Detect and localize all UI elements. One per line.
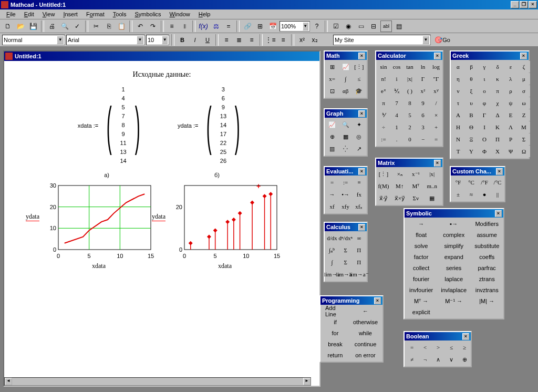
palette-button[interactable]: ● <box>478 189 491 200</box>
slider-icon[interactable]: ⊟ <box>368 20 379 32</box>
close-icon[interactable]: × <box>496 168 503 175</box>
programming-icon[interactable]: ⊡ <box>326 85 338 97</box>
align-center-icon[interactable]: ≣ <box>233 34 245 46</box>
palette-button[interactable]: invfourier <box>406 285 437 295</box>
palette-button[interactable]: lim→a⁻ <box>353 269 365 280</box>
palette-button[interactable]: sin <box>377 61 390 73</box>
palette-button[interactable]: xfₓ <box>353 201 365 212</box>
addline-button[interactable]: Add Line <box>322 306 349 316</box>
checkbox-icon[interactable]: ☑ <box>330 20 342 32</box>
palette-button[interactable]: Ε <box>504 109 517 121</box>
style-input[interactable] <box>4 37 57 43</box>
palette-button[interactable]: [⋮] <box>377 168 390 180</box>
menu-edit[interactable]: Edit <box>20 10 38 18</box>
close-button[interactable]: × <box>529 1 537 8</box>
italic-button[interactable]: I <box>189 34 201 46</box>
palette-button[interactable]: Κ <box>491 121 504 133</box>
palette-button[interactable]: Χ <box>491 146 504 157</box>
greek-icon[interactable]: αβ <box>339 85 352 97</box>
save-icon[interactable]: 💾 <box>27 20 39 32</box>
menu-window[interactable]: Window <box>165 10 194 18</box>
go-button[interactable]: 🎯Go <box>432 34 453 46</box>
palette-button[interactable]: ( ) <box>404 85 416 97</box>
cut-icon[interactable]: ✂ <box>90 20 102 32</box>
palette-button[interactable]: M↑ <box>394 180 406 192</box>
palette-button[interactable]: 6 <box>417 109 429 121</box>
palette-button[interactable]: ln <box>417 61 429 73</box>
palette-button[interactable]: κ <box>491 73 504 85</box>
break-button[interactable]: break <box>322 339 349 349</box>
style-combo[interactable]: ▼ <box>2 35 65 45</box>
palette-button[interactable]: ≈ <box>465 189 478 200</box>
palette-button[interactable]: ▦ <box>426 192 438 204</box>
close-icon[interactable]: × <box>358 224 365 231</box>
menu-symbolics[interactable]: Symbolics <box>130 10 165 18</box>
scatter3d-icon[interactable]: ⁛ <box>339 143 352 154</box>
palette-button[interactable]: ⊕ <box>458 354 471 365</box>
palette-button[interactable]: × <box>430 109 442 121</box>
palette-button[interactable]: expand <box>437 252 470 262</box>
palette-button[interactable]: solve <box>406 241 437 251</box>
align-right-icon[interactable]: ≡ <box>246 34 257 46</box>
palette-button[interactable]: x² <box>417 85 429 97</box>
close-icon[interactable]: × <box>520 53 527 59</box>
menu-format[interactable]: Format <box>82 10 109 18</box>
palette-button[interactable]: ≥ <box>458 342 471 353</box>
palette-button[interactable]: χ <box>491 97 504 109</box>
spellcheck-icon[interactable]: ✓ <box>71 20 83 32</box>
palette-button[interactable]: φ <box>478 97 491 109</box>
palette-button[interactable]: π <box>491 85 504 97</box>
evaluation-icon[interactable]: x= <box>326 73 338 85</box>
palette-button[interactable]: = <box>406 342 418 353</box>
menu-view[interactable]: View <box>38 10 59 18</box>
textbox-icon[interactable]: abl <box>380 20 392 32</box>
palette-button[interactable]: |x| <box>404 73 416 85</box>
palette-button[interactable]: 0 <box>404 133 416 145</box>
palette-button[interactable]: ÷ <box>377 121 390 133</box>
copy-icon[interactable]: ⎘ <box>103 20 115 32</box>
palette-button[interactable]: ×ₙ <box>394 168 406 180</box>
palette-button[interactable]: 7 <box>390 97 403 109</box>
symbolic-icon[interactable]: 🎓 <box>353 85 365 97</box>
palette-button[interactable]: ∧ <box>432 354 444 365</box>
worksheet[interactable]: Исходные данные: xdata := ( 145789111314… <box>4 61 319 376</box>
palette-button[interactable]: Π <box>353 256 365 268</box>
palette-button[interactable]: log <box>430 61 442 73</box>
palette-button[interactable]: |x| <box>426 168 438 180</box>
listbox-icon[interactable]: ▤ <box>393 20 405 32</box>
for-button[interactable]: for <box>322 328 349 338</box>
palette-button[interactable]: ≤ <box>445 342 458 353</box>
palette-button[interactable]: σ <box>518 85 530 97</box>
palette-button[interactable]: − <box>417 133 429 145</box>
close-icon[interactable]: × <box>434 53 441 59</box>
palette-button[interactable]: ο <box>478 85 491 97</box>
palette-button[interactable]: = <box>326 177 338 188</box>
align2-icon[interactable]: ⫴ <box>179 20 190 32</box>
palette-button[interactable]: Α <box>452 109 464 121</box>
mysite-input[interactable] <box>335 37 422 43</box>
redo-icon[interactable]: ↷ <box>147 20 159 32</box>
sub-icon[interactable]: x₂ <box>309 34 320 46</box>
palette-button[interactable]: ∨ <box>445 354 458 365</box>
palette-button[interactable]: 4 <box>390 109 403 121</box>
numbering-icon[interactable]: ≡ <box>277 34 289 46</box>
palette-button[interactable]: → <box>326 189 338 200</box>
palette-button[interactable] <box>471 307 503 317</box>
palette-button[interactable]: dⁿ/dxⁿ <box>339 232 352 244</box>
palette-button[interactable]: Θ <box>465 121 478 133</box>
close-icon[interactable]: × <box>358 110 365 117</box>
palette-button[interactable]: fx <box>353 189 365 200</box>
palette-button[interactable]: factor <box>406 252 437 262</box>
palette-button[interactable]: α <box>452 61 464 73</box>
button-icon[interactable]: ▭ <box>355 20 367 32</box>
palette-button[interactable]: simplify <box>437 241 470 251</box>
palette-button[interactable]: → <box>406 219 437 229</box>
palette-button[interactable]: Β <box>465 109 478 121</box>
palette-button[interactable]: fourier <box>406 274 437 284</box>
palette-button[interactable]: ζ <box>518 61 530 73</box>
close-icon[interactable]: × <box>358 53 365 59</box>
palette-button[interactable]: d/dx <box>326 232 338 244</box>
chart-line[interactable]: 0510150102030 <box>44 182 154 261</box>
calculus-icon[interactable]: ∫ <box>339 73 352 85</box>
xyplot-icon[interactable]: 📈 <box>326 119 338 130</box>
